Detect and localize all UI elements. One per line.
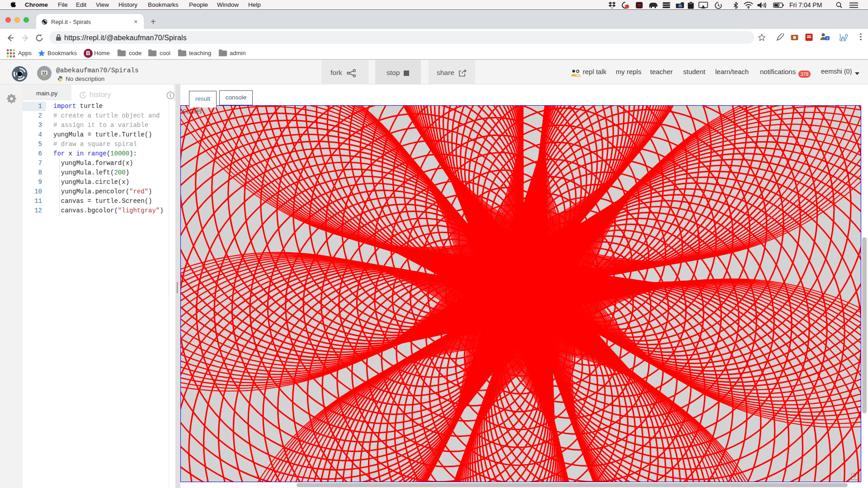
svg-text:1: 1: [826, 36, 829, 40]
svg-text:m: m: [637, 3, 641, 8]
